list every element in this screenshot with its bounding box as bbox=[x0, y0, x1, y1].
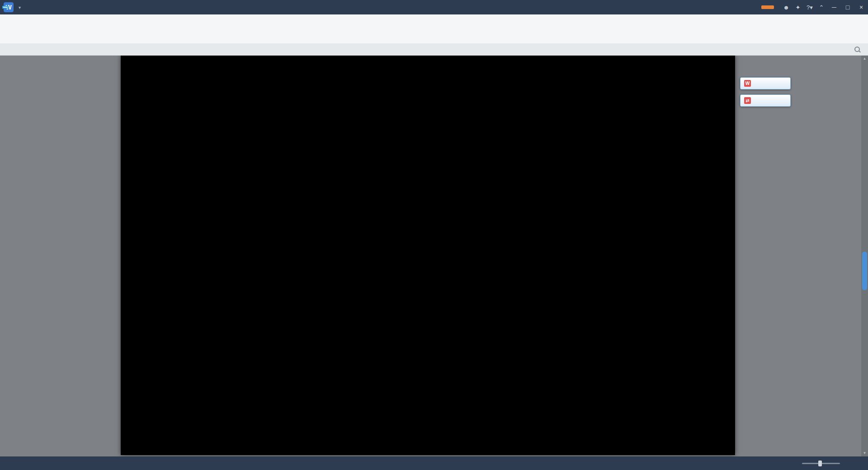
titlebar-right: ☻ ✦ ?▾ ⌃ ─ □ × bbox=[761, 0, 868, 14]
ribbon bbox=[0, 14, 868, 44]
pdf-split-merge-float-button[interactable]: ⇄ bbox=[740, 94, 791, 107]
document-area: W ⇄ ▲ ▼ bbox=[0, 55, 868, 456]
tabbar-right bbox=[850, 47, 868, 52]
ribbon-items bbox=[0, 14, 868, 43]
skin-icon[interactable]: ✦ bbox=[792, 0, 804, 14]
user-icon[interactable]: ☻ bbox=[780, 0, 792, 14]
chevron-down-icon[interactable]: ▾ bbox=[19, 5, 21, 10]
document-tab-bar bbox=[0, 43, 868, 56]
scroll-up-icon[interactable]: ▲ bbox=[861, 55, 868, 62]
minimize-button[interactable]: ─ bbox=[827, 0, 841, 14]
titlebar: W ▾ ☻ ✦ ?▾ ⌃ ─ □ × bbox=[0, 0, 868, 14]
wps-logo-icon: W bbox=[4, 2, 14, 12]
status-bar bbox=[0, 456, 868, 470]
scrollbar-thumb[interactable] bbox=[862, 252, 867, 290]
scroll-down-icon[interactable]: ▼ bbox=[861, 450, 868, 456]
help-icon[interactable]: ?▾ bbox=[804, 0, 816, 14]
zoom-slider[interactable] bbox=[802, 463, 840, 464]
vertical-scrollbar[interactable]: ▲ ▼ bbox=[861, 55, 868, 456]
login-button[interactable] bbox=[761, 5, 774, 9]
pdf-split-merge-icon: ⇄ bbox=[744, 97, 751, 104]
command-search[interactable] bbox=[854, 47, 863, 52]
search-icon bbox=[854, 47, 860, 52]
pdf-to-word-float-icon: W bbox=[744, 80, 751, 87]
zoom-controls bbox=[790, 463, 852, 464]
collapse-ribbon-icon[interactable]: ⌃ bbox=[816, 0, 827, 14]
pdf-page bbox=[121, 56, 735, 455]
close-button[interactable]: × bbox=[854, 0, 868, 14]
pdf-to-word-float-button[interactable]: W bbox=[740, 77, 791, 89]
floor-plan-drawing bbox=[121, 56, 735, 455]
maximize-button[interactable]: □ bbox=[841, 0, 854, 14]
zoom-slider-thumb[interactable] bbox=[818, 461, 822, 466]
